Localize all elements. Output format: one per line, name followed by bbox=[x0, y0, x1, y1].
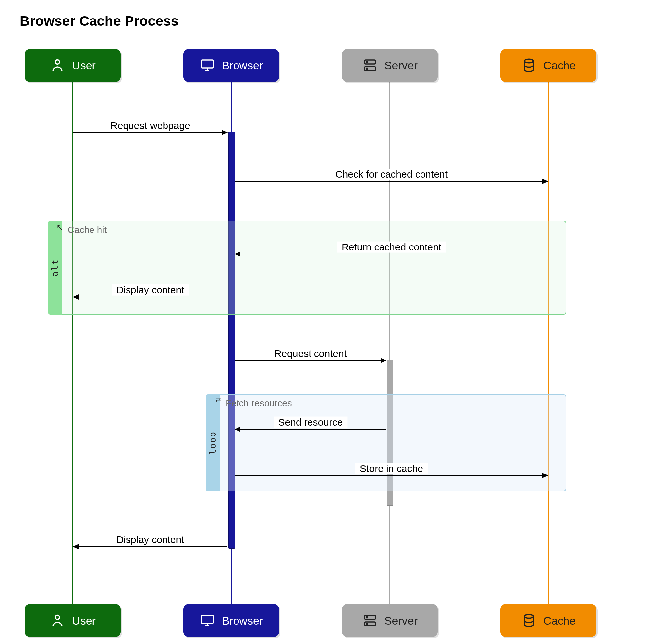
database-icon bbox=[521, 613, 537, 628]
fragment-alt: ⤢ alt Cache hit bbox=[48, 221, 566, 315]
message-label: Request content bbox=[270, 348, 351, 359]
actor-label: Browser bbox=[222, 614, 263, 627]
lifeline-cache bbox=[548, 82, 549, 604]
message-label: Display content bbox=[112, 534, 189, 545]
fragment-loop: ⇅ loop Fetch resources bbox=[206, 394, 566, 491]
actor-cache-bottom: Cache bbox=[500, 604, 596, 637]
server-icon bbox=[362, 58, 378, 73]
message-store-cache: Store in cache bbox=[235, 475, 548, 476]
actor-label: Browser bbox=[222, 59, 263, 72]
svg-point-5 bbox=[366, 68, 367, 69]
svg-point-11 bbox=[366, 617, 367, 618]
actor-cache-top: Cache bbox=[500, 49, 596, 82]
fragment-loop-condition: Fetch resources bbox=[226, 398, 292, 409]
svg-point-13 bbox=[524, 614, 534, 618]
actor-user-top: User bbox=[25, 49, 121, 82]
message-display-content-2: Display content bbox=[73, 546, 227, 547]
arrowhead-right-icon bbox=[542, 179, 548, 184]
svg-rect-1 bbox=[202, 60, 213, 68]
database-icon bbox=[521, 58, 537, 73]
person-icon bbox=[50, 58, 65, 73]
message-request-content: Request content bbox=[235, 360, 386, 361]
arrowhead-left-icon bbox=[235, 427, 240, 432]
server-icon bbox=[362, 613, 378, 628]
lifeline-user bbox=[72, 82, 73, 604]
actor-label: Cache bbox=[543, 59, 576, 72]
actor-label: User bbox=[72, 59, 96, 72]
message-label: Store in cache bbox=[355, 463, 428, 474]
svg-point-4 bbox=[366, 62, 367, 63]
diagram-title: Browser Cache Process bbox=[20, 13, 646, 29]
message-label: Display content bbox=[112, 284, 189, 296]
fragment-kind-label: alt bbox=[50, 259, 60, 277]
arrowhead-right-icon bbox=[542, 473, 548, 478]
message-label: Send resource bbox=[274, 417, 347, 428]
message-return-cached: Return cached content bbox=[235, 254, 548, 254]
monitor-icon bbox=[199, 58, 215, 73]
svg-point-12 bbox=[366, 623, 367, 624]
fragment-loop-tab: ⇅ loop bbox=[206, 394, 220, 491]
fragment-kind-label: loop bbox=[208, 431, 218, 455]
arrowhead-right-icon bbox=[380, 358, 386, 363]
actor-server-bottom: Server bbox=[342, 604, 438, 637]
arrowhead-left-icon bbox=[73, 294, 79, 300]
svg-point-6 bbox=[524, 59, 534, 63]
actor-label: Server bbox=[384, 59, 418, 72]
arrowhead-left-icon bbox=[235, 251, 240, 257]
message-send-resource: Send resource bbox=[235, 429, 386, 430]
actor-label: Cache bbox=[543, 614, 576, 627]
fragment-alt-tab: ⤢ alt bbox=[48, 221, 62, 315]
arrowhead-right-icon bbox=[222, 130, 228, 135]
actor-user-bottom: User bbox=[25, 604, 121, 637]
message-label: Request webpage bbox=[106, 120, 195, 131]
message-label: Return cached content bbox=[337, 242, 446, 253]
message-request-webpage: Request webpage bbox=[73, 132, 227, 133]
actor-label: User bbox=[72, 614, 96, 627]
person-icon bbox=[50, 613, 65, 628]
actor-server-top: Server bbox=[342, 49, 438, 82]
actor-browser-bottom: Browser bbox=[183, 604, 279, 637]
message-display-content-1: Display content bbox=[73, 297, 227, 297]
message-label: Check for cached content bbox=[331, 169, 452, 180]
monitor-icon bbox=[199, 613, 215, 628]
message-check-cache: Check for cached content bbox=[235, 181, 548, 182]
actor-browser-top: Browser bbox=[183, 49, 279, 82]
fragment-alt-condition: Cache hit bbox=[68, 225, 107, 235]
sequence-diagram: User Browser Server Cache User Browser S… bbox=[13, 49, 641, 637]
svg-point-0 bbox=[55, 60, 60, 64]
loop-glyph-icon: ⇅ bbox=[213, 397, 222, 403]
arrowhead-left-icon bbox=[73, 544, 79, 549]
actor-label: Server bbox=[384, 614, 418, 627]
alt-glyph-icon: ⤢ bbox=[55, 223, 65, 231]
svg-point-7 bbox=[55, 615, 60, 620]
lifeline-server bbox=[390, 82, 390, 604]
svg-rect-8 bbox=[202, 615, 213, 623]
